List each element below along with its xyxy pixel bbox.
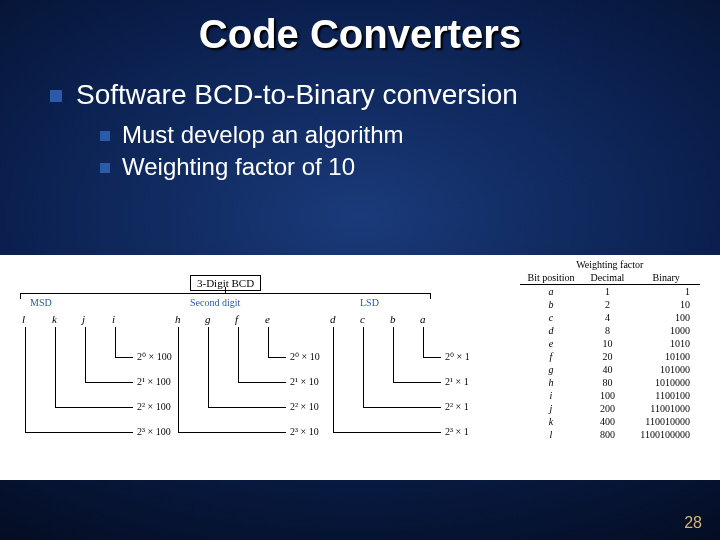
- weight-label: 2³ × 1: [445, 426, 469, 437]
- weight-label: 2³ × 100: [137, 426, 171, 437]
- table-row: e101010: [520, 337, 700, 350]
- msd-label: MSD: [30, 297, 52, 308]
- slide-body: Software BCD-to-Binary conversion Must d…: [0, 57, 720, 181]
- bit-letter: f: [235, 313, 238, 325]
- top-brace-line: [20, 293, 430, 294]
- bit-letter: k: [52, 313, 57, 325]
- table-row: c4100: [520, 311, 700, 324]
- second-digit-label: Second digit: [190, 297, 240, 308]
- bit-letter: a: [420, 313, 426, 325]
- slide-title: Code Converters: [0, 0, 720, 57]
- weight-label: 2² × 100: [137, 401, 171, 412]
- weight-label: 2¹ × 1: [445, 376, 469, 387]
- table-row: b210: [520, 298, 700, 311]
- lsd-label: LSD: [360, 297, 379, 308]
- weight-label: 2³ × 10: [290, 426, 319, 437]
- weight-label: 2² × 10: [290, 401, 319, 412]
- page-number: 28: [684, 514, 702, 532]
- bullet-level2-b: Weighting factor of 10: [100, 153, 680, 181]
- bit-letter: i: [112, 313, 115, 325]
- bit-letter: c: [360, 313, 365, 325]
- table-row: h801010000: [520, 376, 700, 389]
- bullet-level1: Software BCD-to-Binary conversion: [50, 79, 680, 111]
- col-bit: Bit position: [520, 272, 583, 285]
- table-row: f2010100: [520, 350, 700, 363]
- col-binary: Binary: [632, 272, 700, 285]
- bit-letter: b: [390, 313, 396, 325]
- table-row: j20011001000: [520, 402, 700, 415]
- table-row: i1001100100: [520, 389, 700, 402]
- bit-letter: l: [22, 313, 25, 325]
- square-bullet-icon: [50, 90, 62, 102]
- weight-label: 2⁰ × 100: [137, 351, 172, 362]
- bit-letter: e: [265, 313, 270, 325]
- brace-tick: [20, 293, 21, 299]
- col-decimal: Decimal: [582, 272, 632, 285]
- table-row: a11: [520, 285, 700, 299]
- bit-letter: h: [175, 313, 181, 325]
- table-row: g40101000: [520, 363, 700, 376]
- square-bullet-icon: [100, 131, 110, 141]
- bullet-level2-a: Must develop an algorithm: [100, 121, 680, 149]
- bit-letter: j: [82, 313, 85, 325]
- weight-label: 2¹ × 10: [290, 376, 319, 387]
- brace-tick: [225, 287, 226, 293]
- weight-label: 2² × 1: [445, 401, 469, 412]
- bit-letter: g: [205, 313, 211, 325]
- table-title: Weighting factor: [520, 259, 700, 272]
- slide: Code Converters Software BCD-to-Binary c…: [0, 0, 720, 540]
- bullet-l2a-text: Must develop an algorithm: [122, 121, 403, 149]
- bullet-l2b-text: Weighting factor of 10: [122, 153, 355, 181]
- weight-label: 2⁰ × 10: [290, 351, 320, 362]
- table-row: k400110010000: [520, 415, 700, 428]
- weight-label: 2¹ × 100: [137, 376, 171, 387]
- bullet-l1-text: Software BCD-to-Binary conversion: [76, 79, 518, 111]
- bcd-figure: 3-Digit BCD MSD Second digit LSD l k j i…: [0, 255, 720, 480]
- weighting-factor-table: Weighting factor Bit position Decimal Bi…: [520, 259, 700, 441]
- bit-letter: d: [330, 313, 336, 325]
- table-row: l8001100100000: [520, 428, 700, 441]
- square-bullet-icon: [100, 163, 110, 173]
- weight-label: 2⁰ × 1: [445, 351, 470, 362]
- table-row: d81000: [520, 324, 700, 337]
- brace-tick: [430, 293, 431, 299]
